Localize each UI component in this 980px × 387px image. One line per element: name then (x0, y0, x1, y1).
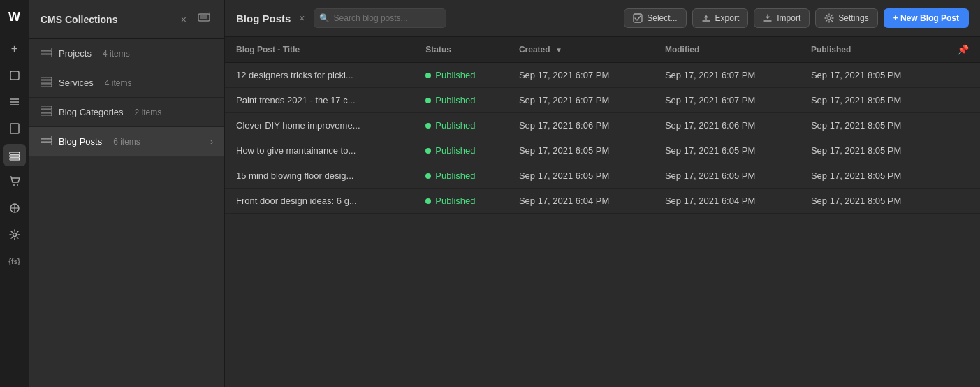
col-header-pin: 📌 (946, 37, 980, 63)
collection-layers-icon-projects (41, 48, 52, 59)
cell-modified: Sep 17, 2021 6:06 PM (654, 113, 800, 138)
select-button[interactable]: Select... (624, 8, 686, 28)
collection-count-blog-categories: 2 items (135, 108, 162, 117)
svg-rect-28 (41, 139, 52, 142)
status-dot (425, 123, 431, 129)
table-row[interactable]: Clever DIY home improveme... Published S… (225, 113, 980, 138)
svg-rect-14 (198, 14, 210, 21)
col-header-modified: Modified (654, 37, 800, 63)
collection-item-services[interactable]: Services 4 items (29, 68, 224, 98)
collection-name-projects: Projects (59, 48, 92, 59)
svg-rect-0 (10, 71, 19, 80)
collections-add-button[interactable] (195, 10, 213, 29)
cell-pin (946, 113, 980, 138)
col-header-published: Published (800, 37, 946, 63)
svg-rect-22 (41, 80, 52, 83)
svg-rect-18 (41, 48, 52, 50)
apps-icon[interactable] (3, 197, 26, 219)
collections-header: CMS Collections × (29, 0, 224, 39)
cell-title: 15 mind blowing floor desig... (225, 163, 414, 189)
app-logo: W (3, 6, 26, 28)
cell-published: Sep 17, 2021 8:05 PM (800, 88, 946, 113)
table-row[interactable]: Front door design ideas: 6 g... Publishe… (225, 189, 980, 214)
export-button[interactable]: Export (692, 8, 749, 28)
svg-rect-6 (10, 155, 20, 157)
status-dot (425, 173, 431, 179)
cell-status: Published (414, 163, 508, 189)
status-dot (425, 98, 431, 103)
cell-published: Sep 17, 2021 8:05 PM (800, 113, 946, 138)
search-wrapper: 🔍 (314, 8, 446, 28)
menu-icon[interactable] (3, 91, 26, 113)
cart-icon[interactable] (3, 170, 26, 193)
table-row[interactable]: How to give mantainance to... Published … (225, 138, 980, 163)
cell-created: Sep 17, 2021 6:07 PM (508, 88, 654, 113)
cell-created: Sep 17, 2021 6:04 PM (508, 189, 654, 214)
collection-count-projects: 4 items (103, 49, 130, 59)
svg-rect-4 (10, 124, 19, 133)
svg-rect-23 (41, 84, 52, 87)
svg-rect-25 (41, 110, 52, 112)
collection-item-blog-posts[interactable]: Blog Posts 6 items › (29, 127, 224, 156)
col-header-created[interactable]: Created ▼ (508, 37, 654, 63)
status-dot (425, 73, 431, 78)
status-dot (425, 198, 431, 204)
svg-rect-19 (41, 51, 52, 54)
cell-modified: Sep 17, 2021 6:05 PM (654, 163, 800, 189)
settings-icon[interactable] (3, 224, 26, 246)
box-icon[interactable] (3, 64, 26, 87)
table-row[interactable]: Paint trends 2021 - the 17 c... Publishe… (225, 88, 980, 113)
status-label: Published (435, 170, 475, 181)
status-label: Published (435, 70, 475, 80)
blog-posts-close-button[interactable]: × (299, 13, 305, 24)
table-header-row: Blog Post - Title Status Created ▼ Modif… (225, 37, 980, 63)
add-icon[interactable]: + (3, 38, 26, 60)
blog-posts-table: Blog Post - Title Status Created ▼ Modif… (225, 37, 980, 214)
svg-point-35 (828, 17, 831, 20)
collections-close-button[interactable]: × (178, 13, 189, 27)
main-area: Blog Posts × 🔍 Select... Export (225, 0, 980, 387)
cell-pin (946, 63, 980, 88)
cell-modified: Sep 17, 2021 6:07 PM (654, 63, 800, 88)
svg-rect-27 (41, 136, 52, 138)
collection-arrow-icon: › (210, 137, 213, 147)
cell-created: Sep 17, 2021 6:07 PM (508, 63, 654, 88)
cell-title: Front door design ideas: 6 g... (225, 189, 414, 214)
collection-layers-icon-blog-posts (41, 136, 52, 147)
collection-item-blog-categories[interactable]: Blog Categories 2 items (29, 98, 224, 127)
svg-rect-20 (41, 54, 52, 57)
cell-title: How to give mantainance to... (225, 138, 414, 163)
code-icon[interactable]: {fs} (3, 250, 26, 272)
cell-created: Sep 17, 2021 6:05 PM (508, 138, 654, 163)
cell-created: Sep 17, 2021 6:06 PM (508, 113, 654, 138)
cell-published: Sep 17, 2021 8:05 PM (800, 63, 946, 88)
settings-button[interactable]: Settings (815, 8, 877, 28)
cell-pin (946, 189, 980, 214)
svg-rect-21 (41, 77, 52, 80)
status-label: Published (435, 95, 475, 105)
sort-arrow-icon: ▼ (555, 46, 562, 54)
header-actions: Select... Export Import (624, 8, 969, 28)
main-header: Blog Posts × 🔍 Select... Export (225, 0, 980, 37)
collection-name-blog-posts: Blog Posts (59, 136, 102, 147)
table-row[interactable]: 12 designers tricks for picki... Publish… (225, 63, 980, 88)
collection-name-blog-categories: Blog Categories (59, 107, 124, 117)
new-blog-post-button[interactable]: + New Blog Post (884, 8, 969, 28)
layers-icon[interactable] (3, 144, 26, 166)
cell-published: Sep 17, 2021 8:05 PM (800, 189, 946, 214)
page-icon[interactable] (3, 117, 26, 140)
cell-title: Paint trends 2021 - the 17 c... (225, 88, 414, 113)
collection-layers-icon-services (41, 77, 52, 89)
collection-count-blog-posts: 6 items (113, 137, 140, 147)
icon-sidebar: W + (0, 0, 29, 387)
import-label: Import (777, 13, 800, 23)
cell-title: 12 designers tricks for picki... (225, 63, 414, 88)
svg-rect-26 (41, 113, 52, 116)
cell-title: Clever DIY home improveme... (225, 113, 414, 138)
table-row[interactable]: 15 mind blowing floor desig... Published… (225, 163, 980, 189)
search-input[interactable] (314, 8, 446, 28)
cell-modified: Sep 17, 2021 6:05 PM (654, 138, 800, 163)
cell-pin (946, 88, 980, 113)
import-button[interactable]: Import (754, 8, 810, 28)
collection-item-projects[interactable]: Projects 4 items (29, 39, 224, 68)
